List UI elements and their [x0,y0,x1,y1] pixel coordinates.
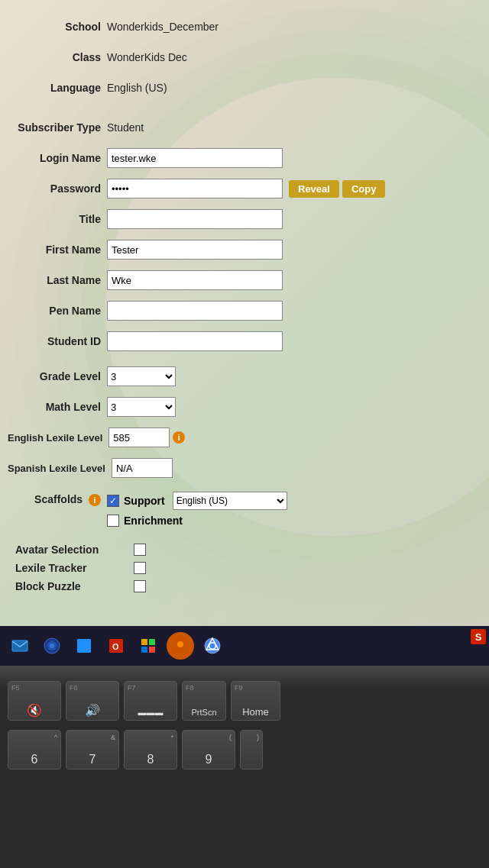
subscriber-row: Subscriber Type Student [8,116,481,139]
svg-rect-9 [141,647,147,653]
chrome-taskbar-icon[interactable] [199,632,226,660]
9-key[interactable]: ( 9 [182,730,235,770]
subscriber-label: Subscriber Type [8,121,107,134]
last-name-row: Last Name [8,269,481,292]
svg-rect-0 [12,641,28,651]
office-taskbar-icon[interactable]: O [102,632,130,660]
prtscn-key[interactable]: F8 PrtScn [182,681,226,721]
screen: School Wonderkids_December Class WonderK… [0,0,489,626]
student-id-label: Student ID [8,335,107,347]
title-row: Title [8,208,481,231]
login-name-input[interactable] [107,148,283,168]
last-name-input[interactable] [107,270,283,290]
block-puzzle-row: Block Puzzle [8,580,481,592]
support-label: Support [124,495,165,507]
avatar-selection-label: Avatar Selection [15,544,134,556]
6-key[interactable]: ^ 6 [8,730,61,770]
svg-rect-7 [141,639,147,645]
english-lexile-row: English Lexile Level i [8,426,481,449]
spanish-lexile-row: Spanish Lexile Level [8,457,481,479]
grade-level-select[interactable]: 3 1 2 4 5 [107,366,176,386]
form-container: School Wonderkids_December Class WonderK… [0,0,489,606]
scaffold-support-item: Support English (US) Spanish [107,492,287,510]
7-key[interactable]: & 7 [66,730,119,770]
windows-grid-taskbar-icon[interactable] [134,632,162,660]
svg-rect-8 [149,639,155,645]
keyboard-area: F5 🔇 F6 🔊 F7 ▬▬▬ F8 PrtScn F9 Home [0,666,489,868]
math-level-label: Math Level [8,401,107,413]
number-key-row: ^ 6 & 7 * 8 ( 9 ) [8,730,481,770]
grade-level-label: Grade Level [8,370,107,382]
spanish-lexile-label: Spanish Lexile Level [8,463,112,474]
svg-rect-10 [149,647,155,653]
english-lexile-label: English Lexile Level [8,432,108,444]
blue-square-taskbar-icon[interactable] [70,632,98,660]
first-name-row: First Name [8,238,481,261]
scaffolds-row: Scaffolds i Support English (US) Spanish… [8,492,481,527]
8-key[interactable]: * 8 [124,730,177,770]
scaffold-content: Support English (US) Spanish Enrichment [107,492,287,527]
password-label: Password [8,182,107,195]
last-name-label: Last Name [8,274,107,286]
language-value: English (US) [107,82,167,94]
avatar-selection-row: Avatar Selection [8,544,481,556]
lexile-tracker-label: Lexile Tracker [15,562,134,574]
school-value: Wonderkids_December [107,21,219,33]
class-label: Class [8,51,107,63]
block-puzzle-label: Block Puzzle [15,580,134,592]
f5-key[interactable]: F5 🔇 [8,681,61,721]
password-row: Password Reveal Copy [8,177,481,200]
grade-level-row: Grade Level 3 1 2 4 5 [8,365,481,388]
english-lexile-input[interactable] [108,428,170,447]
svg-point-3 [50,644,54,648]
student-id-row: Student ID [8,330,481,353]
school-row: School Wonderkids_December [8,15,481,38]
language-label: Language [8,82,107,94]
title-input[interactable] [107,209,283,229]
language-row: Language English (US) [8,76,481,99]
title-label: Title [8,213,107,225]
f7-key[interactable]: F7 ▬▬▬ [124,681,177,721]
first-name-label: First Name [8,244,107,256]
copy-button[interactable]: Copy [342,180,386,198]
student-id-input[interactable] [107,331,283,351]
svg-point-12 [177,641,183,647]
lexile-tracker-row: Lexile Tracker [8,562,481,574]
svg-point-15 [210,644,215,649]
subscriber-value: Student [107,121,144,134]
scaffold-enrichment-item: Enrichment [107,515,287,527]
taskbar: O S [0,626,489,666]
email-taskbar-icon[interactable] [6,632,34,660]
orange-taskbar-icon[interactable] [167,632,194,660]
login-name-row: Login Name [8,147,481,169]
password-input[interactable] [107,179,283,198]
support-language-select[interactable]: English (US) Spanish [173,492,287,510]
block-puzzle-checkbox[interactable] [134,580,146,592]
scaffolds-label: Scaffolds i [8,492,107,506]
math-level-row: Math Level 3 1 2 4 5 [8,395,481,418]
f6-key[interactable]: F6 🔊 [66,681,119,721]
0-key[interactable]: ) [240,730,263,770]
svg-rect-4 [77,639,91,653]
english-lexile-info-icon: i [173,431,185,444]
avatar-selection-checkbox[interactable] [134,544,146,556]
class-value: WonderKids Dec [107,51,187,63]
enrichment-checkbox[interactable] [107,515,119,527]
s-badge: S [471,629,486,644]
class-row: Class WonderKids Dec [8,46,481,69]
enrichment-label: Enrichment [124,515,183,527]
pen-name-input[interactable] [107,301,283,321]
pen-name-label: Pen Name [8,305,107,317]
home-key[interactable]: F9 Home [231,681,280,721]
support-checkbox[interactable] [107,495,119,507]
school-label: School [8,21,107,33]
spanish-lexile-input[interactable] [112,458,173,478]
reveal-button[interactable]: Reveal [289,180,339,198]
first-name-input[interactable] [107,240,283,260]
math-level-select[interactable]: 3 1 2 4 5 [107,397,176,417]
lexile-tracker-checkbox[interactable] [134,562,146,574]
browser-taskbar-icon[interactable] [38,632,66,660]
login-name-label: Login Name [8,152,107,164]
svg-text:O: O [112,642,119,651]
scaffolds-info-icon: i [89,494,101,506]
